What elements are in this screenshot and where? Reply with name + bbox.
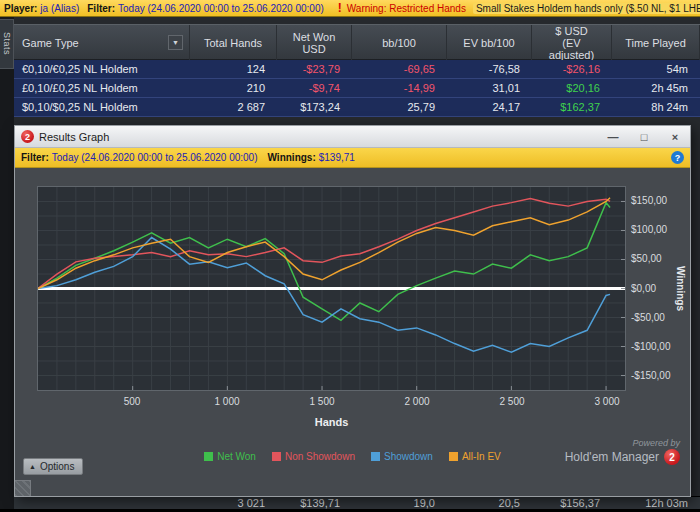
summary-cell: $139,71	[277, 497, 352, 509]
y-axis-tick-label: $0,00	[631, 283, 656, 294]
legend-label: Net Won	[217, 451, 256, 462]
stats-table-rows: €0,10/€0,25 NL Holdem124-$23,79-69,65-76…	[14, 60, 700, 117]
value-cell: 24,17	[447, 98, 532, 116]
value-cell: 31,01	[447, 79, 532, 97]
value-cell: $162,37	[532, 98, 612, 116]
value-cell: $20,16	[532, 79, 612, 97]
y-axis-title: Winnings	[675, 266, 686, 311]
value-cell: 2h 45m	[612, 79, 700, 97]
legend-swatch-icon	[449, 452, 458, 461]
legend-label: Non Showdown	[285, 451, 355, 462]
value-cell: 210	[190, 79, 277, 97]
summary-cell: 12h 03m	[612, 497, 700, 509]
filter-value: Today (24.06.2020 00:00 to 25.06.2020 00…	[118, 3, 324, 14]
help-icon[interactable]: ?	[671, 151, 684, 164]
column-header-usd-ev-adjusted[interactable]: $ USD (EV adjusted)	[532, 25, 612, 61]
player-label: Player:	[4, 3, 37, 14]
powered-by-block: Powered by Hold'em Manager 2	[565, 438, 680, 465]
winnings-value: $139,71	[319, 152, 355, 163]
column-header-bb100[interactable]: bb/100	[352, 25, 447, 61]
x-axis-tick-label: 3 000	[585, 396, 629, 407]
column-header-total-hands[interactable]: Total Hands	[190, 25, 277, 61]
resize-grip[interactable]	[15, 480, 31, 496]
x-axis-title: Hands	[37, 416, 626, 428]
legend-swatch-icon	[272, 452, 281, 461]
summary-cell: $156,37	[532, 497, 612, 509]
value-cell: -$26,16	[532, 60, 612, 78]
column-header-time-played[interactable]: Time Played	[612, 25, 700, 61]
value-cell: 124	[190, 60, 277, 78]
player-value: ja (Alias)	[40, 3, 79, 14]
y-axis-tick-label: $50,00	[631, 253, 662, 264]
value-cell: 8h 24m	[612, 98, 700, 116]
summary-cell	[14, 497, 190, 509]
options-button[interactable]: ▲ Options	[23, 458, 83, 475]
summary-row: 3 021$139,7119,020,5$156,3712h 03m	[14, 496, 700, 509]
table-row[interactable]: €0,10/€0,25 NL Holdem124-$23,79-69,65-76…	[14, 60, 700, 79]
stats-tab[interactable]: Stats	[0, 19, 14, 69]
warning-icon: !	[338, 1, 342, 15]
y-axis-tick-label: -$100,00	[631, 341, 670, 352]
powered-by-text: Powered by	[565, 438, 680, 448]
graph-body: Winnings Hands Net WonNon ShowdownShowdo…	[15, 168, 690, 496]
value-cell: -14,99	[352, 79, 447, 97]
x-axis-tick-label: 1 500	[300, 396, 344, 407]
options-arrow-icon: ▲	[29, 463, 36, 470]
legend-label: All-In EV	[462, 451, 501, 462]
plot-area	[37, 186, 626, 391]
value-cell: -76,58	[447, 60, 532, 78]
legend-item: Net Won	[204, 451, 256, 462]
game-type-cell: €0,10/€0,25 NL Holdem	[14, 60, 190, 78]
warning-detail: Small Stakes Holdem hands only ($.50 NL,…	[473, 3, 700, 14]
results-graph-titlebar[interactable]: 2 Results Graph — □ ×	[15, 126, 690, 148]
left-edge-strip: Stats	[0, 17, 14, 512]
hm2-app-icon: 2	[21, 130, 34, 143]
legend-item: All-In EV	[449, 451, 501, 462]
x-axis-tick-label: 2 500	[490, 396, 534, 407]
y-axis-tick-label: $100,00	[631, 224, 667, 235]
top-status-bar: Player: ja (Alias) Filter: Today (24.06.…	[0, 0, 700, 17]
summary-cell: 19,0	[352, 497, 447, 509]
winnings-label: Winnings:	[268, 152, 316, 163]
stats-table-header: Game Type ▼ Total Hands Net Won USD bb/1…	[14, 24, 700, 60]
game-type-cell: $0,10/$0,25 NL Holdem	[14, 98, 190, 116]
x-axis-tick-label: 500	[110, 396, 154, 407]
results-graph-canvas	[38, 187, 625, 390]
value-cell: -$23,79	[277, 60, 352, 78]
game-type-filter-dropdown-icon[interactable]: ▼	[168, 35, 183, 50]
column-header-ev-bb100[interactable]: EV bb/100	[447, 25, 532, 61]
minimize-button[interactable]: —	[600, 128, 626, 146]
game-type-cell: £0,10/£0,25 NL Holdem	[14, 79, 190, 97]
y-axis-title-wrap: Winnings	[672, 186, 688, 391]
graph-filter-bar: Filter: Today (24.06.2020 00:00 to 25.06…	[15, 148, 690, 168]
brand-name: Hold'em Manager	[565, 450, 659, 464]
y-axis-tick-label: -$50,00	[631, 312, 665, 323]
summary-cell: 3 021	[190, 497, 277, 509]
value-cell: 25,79	[352, 98, 447, 116]
close-button[interactable]: ×	[662, 128, 688, 146]
graph-filter-label: Filter:	[21, 152, 49, 163]
options-label: Options	[40, 461, 74, 472]
legend-label: Showdown	[384, 451, 433, 462]
legend-item: Non Showdown	[272, 451, 355, 462]
table-row[interactable]: $0,10/$0,25 NL Holdem2 687$173,2425,7924…	[14, 98, 700, 117]
hm2-main-window: Player: ja (Alias) Filter: Today (24.06.…	[0, 0, 700, 512]
value-cell: -69,65	[352, 60, 447, 78]
warning-label: Warning: Restricted Hands	[347, 3, 466, 14]
y-axis-tick-label: -$150,00	[631, 370, 670, 381]
column-header-net-won-usd[interactable]: Net Won USD	[277, 25, 352, 61]
summary-cell: 20,5	[447, 497, 532, 509]
legend-swatch-icon	[371, 452, 380, 461]
legend-swatch-icon	[204, 452, 213, 461]
hm2-logo-icon: 2	[664, 449, 680, 465]
column-header-game-type[interactable]: Game Type ▼	[14, 25, 190, 61]
x-axis-tick-label: 2 000	[395, 396, 439, 407]
value-cell: $173,24	[277, 98, 352, 116]
filter-label: Filter:	[87, 3, 115, 14]
window-title: Results Graph	[39, 131, 595, 143]
value-cell: -$9,74	[277, 79, 352, 97]
table-row[interactable]: £0,10/£0,25 NL Holdem210-$9,74-14,9931,0…	[14, 79, 700, 98]
maximize-button[interactable]: □	[631, 128, 657, 146]
legend-item: Showdown	[371, 451, 433, 462]
x-axis-tick-label: 1 000	[205, 396, 249, 407]
